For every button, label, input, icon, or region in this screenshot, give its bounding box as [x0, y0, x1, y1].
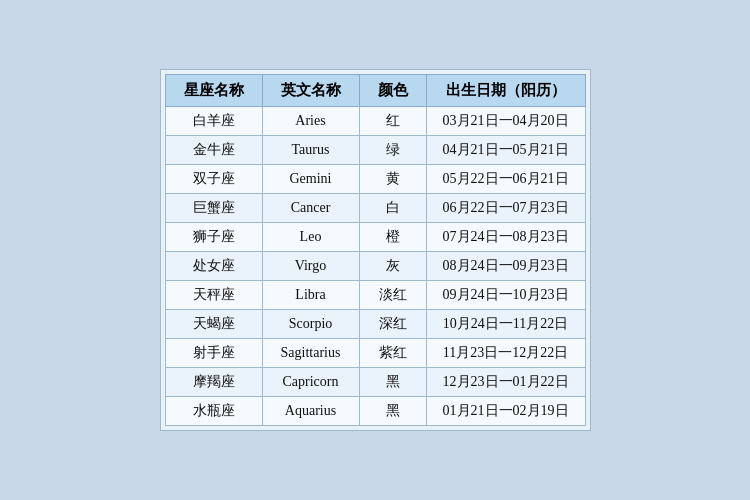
cell-dates: 01月21日一02月19日	[426, 397, 585, 426]
zodiac-table: 星座名称 英文名称 颜色 出生日期（阳历） 白羊座Aries红03月21日一04…	[165, 74, 586, 426]
cell-dates: 03月21日一04月20日	[426, 107, 585, 136]
zodiac-table-container: 星座名称 英文名称 颜色 出生日期（阳历） 白羊座Aries红03月21日一04…	[160, 69, 591, 431]
cell-chinese-name: 金牛座	[165, 136, 262, 165]
cell-chinese-name: 天蝎座	[165, 310, 262, 339]
cell-color: 黑	[359, 397, 426, 426]
cell-english-name: Sagittarius	[262, 339, 359, 368]
cell-chinese-name: 水瓶座	[165, 397, 262, 426]
cell-dates: 08月24日一09月23日	[426, 252, 585, 281]
cell-english-name: Taurus	[262, 136, 359, 165]
table-row: 射手座Sagittarius紫红11月23日一12月22日	[165, 339, 585, 368]
table-row: 水瓶座Aquarius黑01月21日一02月19日	[165, 397, 585, 426]
cell-chinese-name: 巨蟹座	[165, 194, 262, 223]
cell-english-name: Leo	[262, 223, 359, 252]
cell-english-name: Cancer	[262, 194, 359, 223]
cell-color: 红	[359, 107, 426, 136]
header-english-name: 英文名称	[262, 75, 359, 107]
cell-dates: 05月22日一06月21日	[426, 165, 585, 194]
header-chinese-name: 星座名称	[165, 75, 262, 107]
cell-english-name: Capricorn	[262, 368, 359, 397]
cell-color: 橙	[359, 223, 426, 252]
table-row: 狮子座Leo橙07月24日一08月23日	[165, 223, 585, 252]
header-color: 颜色	[359, 75, 426, 107]
cell-dates: 12月23日一01月22日	[426, 368, 585, 397]
cell-english-name: Aries	[262, 107, 359, 136]
cell-chinese-name: 狮子座	[165, 223, 262, 252]
cell-chinese-name: 射手座	[165, 339, 262, 368]
cell-english-name: Virgo	[262, 252, 359, 281]
table-header-row: 星座名称 英文名称 颜色 出生日期（阳历）	[165, 75, 585, 107]
cell-dates: 09月24日一10月23日	[426, 281, 585, 310]
header-dates: 出生日期（阳历）	[426, 75, 585, 107]
cell-dates: 04月21日一05月21日	[426, 136, 585, 165]
cell-english-name: Scorpio	[262, 310, 359, 339]
cell-english-name: Libra	[262, 281, 359, 310]
cell-color: 紫红	[359, 339, 426, 368]
cell-color: 灰	[359, 252, 426, 281]
cell-dates: 11月23日一12月22日	[426, 339, 585, 368]
cell-chinese-name: 天秤座	[165, 281, 262, 310]
cell-dates: 10月24日一11月22日	[426, 310, 585, 339]
table-row: 摩羯座Capricorn黑12月23日一01月22日	[165, 368, 585, 397]
table-row: 白羊座Aries红03月21日一04月20日	[165, 107, 585, 136]
cell-color: 淡红	[359, 281, 426, 310]
cell-color: 黑	[359, 368, 426, 397]
table-row: 处女座Virgo灰08月24日一09月23日	[165, 252, 585, 281]
table-row: 双子座Gemini黄05月22日一06月21日	[165, 165, 585, 194]
table-row: 天蝎座Scorpio深红10月24日一11月22日	[165, 310, 585, 339]
cell-dates: 06月22日一07月23日	[426, 194, 585, 223]
table-body: 白羊座Aries红03月21日一04月20日金牛座Taurus绿04月21日一0…	[165, 107, 585, 426]
cell-english-name: Gemini	[262, 165, 359, 194]
cell-color: 绿	[359, 136, 426, 165]
cell-color: 深红	[359, 310, 426, 339]
cell-chinese-name: 处女座	[165, 252, 262, 281]
table-row: 巨蟹座Cancer白06月22日一07月23日	[165, 194, 585, 223]
cell-english-name: Aquarius	[262, 397, 359, 426]
cell-chinese-name: 双子座	[165, 165, 262, 194]
cell-color: 白	[359, 194, 426, 223]
table-row: 金牛座Taurus绿04月21日一05月21日	[165, 136, 585, 165]
table-row: 天秤座Libra淡红09月24日一10月23日	[165, 281, 585, 310]
cell-chinese-name: 摩羯座	[165, 368, 262, 397]
cell-dates: 07月24日一08月23日	[426, 223, 585, 252]
cell-color: 黄	[359, 165, 426, 194]
cell-chinese-name: 白羊座	[165, 107, 262, 136]
